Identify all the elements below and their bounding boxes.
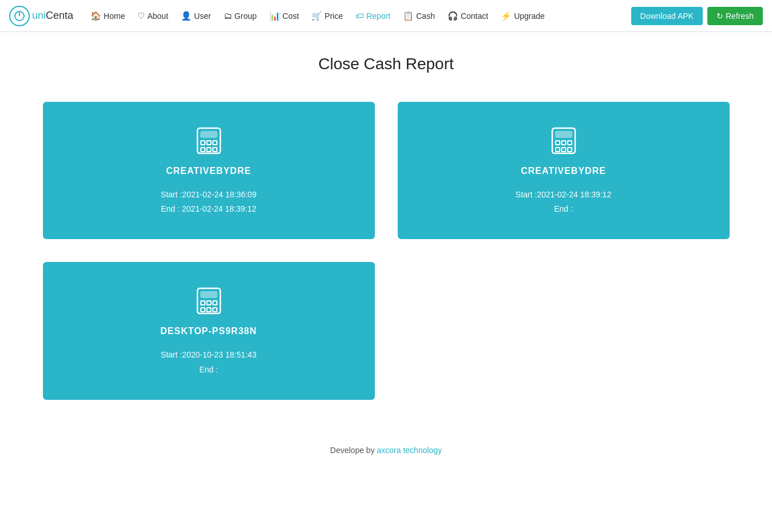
svg-rect-25 [213,308,217,312]
svg-rect-3 [201,132,217,137]
svg-rect-24 [207,308,211,312]
svg-rect-22 [213,301,217,305]
nav-item-home[interactable]: 🏠 Home [85,7,130,25]
card-2-info: Start :2021-02-24 18:39:12 End : [516,188,611,216]
cards-row-1: CREATIVEBYDRE Start :2021-02-24 18:36:09… [43,102,730,239]
card-2-end: End : [516,202,611,216]
nav-item-upgrade[interactable]: ⚡ Upgrade [495,7,551,25]
refresh-button[interactable]: ↻ Refresh [707,7,763,25]
svg-rect-16 [561,148,565,152]
svg-rect-17 [568,148,572,152]
logo[interactable]: uniCenta [9,6,73,26]
logo-circle [9,6,30,26]
cash-icon: 📋 [403,11,414,21]
svg-rect-8 [207,148,211,152]
card-3-info: Start :2020-10-23 18:51:43 End : [161,348,256,376]
cards-row-2: DESKTOP-PS9R38N Start :2020-10-23 18:51:… [43,262,730,399]
card-1-start: Start :2021-02-24 18:36:09 [161,188,256,202]
cost-icon: 📊 [270,11,280,21]
svg-rect-7 [201,148,205,152]
calculator-icon-2 [548,125,580,159]
page-title: Close Cash Report [34,55,738,73]
nav-item-cost[interactable]: 📊 Cost [264,7,305,25]
cash-report-card-2[interactable]: CREATIVEBYDRE Start :2021-02-24 18:39:12… [398,102,730,239]
card-2-start: Start :2021-02-24 18:39:12 [516,188,611,202]
empty-slot [398,262,730,399]
card-1-info: Start :2021-02-24 18:36:09 End : 2021-02… [161,188,256,216]
card-3-end: End : [161,363,256,377]
nav-item-price[interactable]: 🛒 Price [306,7,349,25]
card-1-name: CREATIVEBYDRE [166,166,251,176]
cash-report-card-3[interactable]: DESKTOP-PS9R38N Start :2020-10-23 18:51:… [43,262,375,399]
price-icon: 🛒 [311,11,322,21]
svg-rect-4 [201,141,205,145]
nav-item-report[interactable]: 🏷 Report [350,7,396,24]
svg-rect-12 [556,141,560,145]
footer: Develope by axcora technology [0,423,772,478]
card-3-name: DESKTOP-PS9R38N [160,326,257,336]
nav-item-about[interactable]: ♡ About [132,7,174,25]
card-1-end: End : 2021-02-24 18:39:12 [161,202,256,216]
nav-item-cash[interactable]: 📋 Cash [397,7,441,25]
home-icon: 🏠 [90,11,101,21]
card-3-start: Start :2020-10-23 18:51:43 [161,348,256,362]
svg-rect-5 [207,141,211,145]
nav-actions: Download APK ↻ Refresh [631,7,763,25]
logo-text: uniCenta [32,10,73,22]
footer-link[interactable]: axcora technology [377,446,442,455]
footer-text: Develope by [330,446,377,455]
upgrade-icon: ⚡ [501,11,512,21]
svg-rect-21 [207,301,211,305]
contact-icon: 🎧 [448,11,458,21]
nav-item-group[interactable]: 🗂 Group [218,7,263,24]
group-icon: 🗂 [224,11,232,21]
svg-rect-15 [556,148,560,152]
svg-rect-6 [213,141,217,145]
calculator-icon-3 [193,285,225,319]
svg-rect-11 [556,132,572,137]
about-icon: ♡ [137,11,145,21]
calculator-icon-1 [193,125,225,159]
svg-rect-14 [568,141,572,145]
svg-rect-23 [201,308,205,312]
card-2-name: CREATIVEBYDRE [521,166,606,176]
download-apk-button[interactable]: Download APK [631,7,703,25]
nav-item-contact[interactable]: 🎧 Contact [442,7,494,25]
cash-report-card-1[interactable]: CREATIVEBYDRE Start :2021-02-24 18:36:09… [43,102,375,239]
svg-rect-13 [561,141,565,145]
refresh-label: Refresh [726,11,754,21]
report-icon: 🏷 [355,11,364,21]
user-icon: 👤 [181,11,192,21]
nav-items: 🏠 Home ♡ About 👤 User 🗂 Group 📊 Cost 🛒 P… [85,7,631,25]
svg-rect-19 [201,292,217,297]
svg-rect-9 [213,148,217,152]
navbar: uniCenta 🏠 Home ♡ About 👤 User 🗂 Group 📊… [0,0,772,32]
nav-item-user[interactable]: 👤 User [175,7,217,25]
svg-rect-20 [201,301,205,305]
page-content: Close Cash Report CREATIVEBYDRE Start :2… [0,32,772,423]
refresh-icon: ↻ [716,11,723,21]
